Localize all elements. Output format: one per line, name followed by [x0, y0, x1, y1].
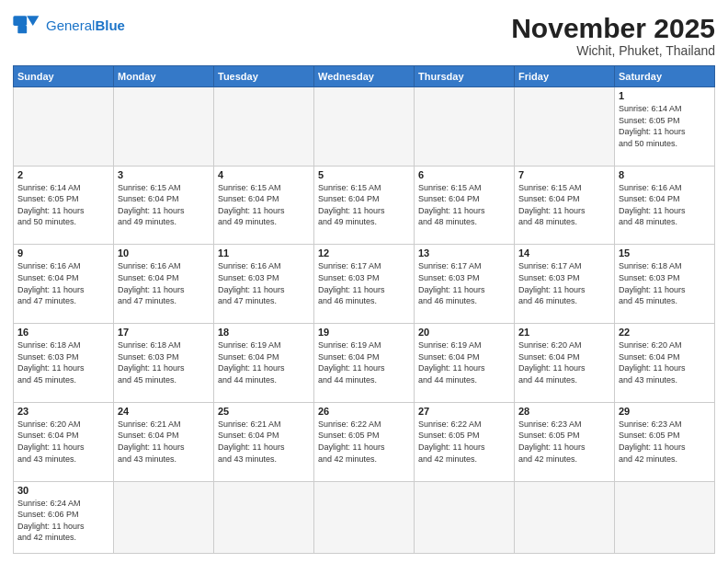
calendar-week-row: 16Sunrise: 6:18 AM Sunset: 6:03 PM Dayli…: [14, 324, 715, 403]
day-info: Sunrise: 6:16 AM Sunset: 6:04 PM Dayligh…: [619, 182, 711, 228]
day-info: Sunrise: 6:16 AM Sunset: 6:04 PM Dayligh…: [17, 260, 109, 306]
header: GeneralBlue November 2025 Wichit, Phuket…: [13, 13, 715, 58]
day-number: 12: [318, 247, 410, 259]
calendar-day-cell: 28Sunrise: 6:23 AM Sunset: 6:05 PM Dayli…: [515, 402, 615, 481]
day-info: Sunrise: 6:18 AM Sunset: 6:03 PM Dayligh…: [17, 339, 109, 385]
day-number: 26: [318, 406, 410, 417]
day-number: 4: [218, 169, 310, 180]
day-number: 15: [619, 247, 711, 259]
calendar-day-cell: 3Sunrise: 6:15 AM Sunset: 6:04 PM Daylig…: [114, 166, 214, 245]
calendar-day-cell: 8Sunrise: 6:16 AM Sunset: 6:04 PM Daylig…: [615, 166, 715, 245]
calendar-day-cell: [14, 87, 114, 167]
calendar-day-cell: 22Sunrise: 6:20 AM Sunset: 6:04 PM Dayli…: [615, 324, 715, 403]
calendar-day-cell: 1Sunrise: 6:14 AM Sunset: 6:05 PM Daylig…: [615, 87, 715, 167]
calendar-day-cell: 24Sunrise: 6:21 AM Sunset: 6:04 PM Dayli…: [114, 402, 214, 481]
calendar-day-cell: 13Sunrise: 6:17 AM Sunset: 6:03 PM Dayli…: [415, 245, 515, 324]
day-number: 27: [418, 406, 510, 417]
logo-text: GeneralBlue: [46, 18, 125, 34]
day-info: Sunrise: 6:17 AM Sunset: 6:03 PM Dayligh…: [418, 260, 510, 306]
day-info: Sunrise: 6:17 AM Sunset: 6:03 PM Dayligh…: [318, 260, 410, 306]
page: GeneralBlue November 2025 Wichit, Phuket…: [0, 0, 728, 563]
day-number: 30: [17, 485, 109, 496]
calendar-day-cell: 19Sunrise: 6:19 AM Sunset: 6:04 PM Dayli…: [314, 324, 415, 403]
svg-rect-0: [13, 16, 27, 26]
day-number: 22: [619, 327, 711, 338]
calendar-day-cell: 23Sunrise: 6:20 AM Sunset: 6:04 PM Dayli…: [14, 402, 114, 481]
day-info: Sunrise: 6:15 AM Sunset: 6:04 PM Dayligh…: [118, 182, 210, 228]
calendar-day-cell: 2Sunrise: 6:14 AM Sunset: 6:05 PM Daylig…: [14, 166, 114, 245]
calendar-day-cell: 6Sunrise: 6:15 AM Sunset: 6:04 PM Daylig…: [415, 166, 515, 245]
calendar-week-row: 9Sunrise: 6:16 AM Sunset: 6:04 PM Daylig…: [14, 245, 715, 324]
day-info: Sunrise: 6:23 AM Sunset: 6:05 PM Dayligh…: [619, 419, 711, 465]
day-info: Sunrise: 6:15 AM Sunset: 6:04 PM Dayligh…: [418, 182, 510, 228]
weekday-header-cell: Wednesday: [314, 66, 415, 87]
day-info: Sunrise: 6:21 AM Sunset: 6:04 PM Dayligh…: [218, 419, 310, 465]
calendar-day-cell: [415, 481, 515, 553]
calendar-day-cell: 20Sunrise: 6:19 AM Sunset: 6:04 PM Dayli…: [415, 324, 515, 403]
day-number: 13: [418, 247, 510, 259]
day-number: 6: [418, 169, 510, 180]
day-number: 2: [17, 169, 109, 180]
calendar-day-cell: [214, 481, 314, 553]
day-info: Sunrise: 6:17 AM Sunset: 6:03 PM Dayligh…: [518, 260, 610, 306]
day-info: Sunrise: 6:15 AM Sunset: 6:04 PM Dayligh…: [318, 182, 410, 228]
logo-icon: [13, 13, 42, 39]
day-number: 23: [17, 406, 109, 417]
weekday-header-cell: Thursday: [415, 66, 515, 87]
calendar-week-row: 1Sunrise: 6:14 AM Sunset: 6:05 PM Daylig…: [14, 87, 715, 167]
day-number: 11: [218, 247, 310, 259]
day-info: Sunrise: 6:22 AM Sunset: 6:05 PM Dayligh…: [418, 419, 510, 465]
day-info: Sunrise: 6:15 AM Sunset: 6:04 PM Dayligh…: [518, 182, 610, 228]
calendar-body: 1Sunrise: 6:14 AM Sunset: 6:05 PM Daylig…: [14, 87, 715, 554]
weekday-header-cell: Monday: [114, 66, 214, 87]
day-info: Sunrise: 6:14 AM Sunset: 6:05 PM Dayligh…: [619, 103, 711, 149]
calendar-day-cell: [515, 87, 615, 167]
weekday-header-cell: Sunday: [14, 66, 114, 87]
weekday-header-row: SundayMondayTuesdayWednesdayThursdayFrid…: [14, 66, 715, 87]
calendar-table: SundayMondayTuesdayWednesdayThursdayFrid…: [13, 65, 715, 554]
day-number: 7: [518, 169, 610, 180]
calendar-day-cell: 27Sunrise: 6:22 AM Sunset: 6:05 PM Dayli…: [415, 402, 515, 481]
subtitle: Wichit, Phuket, Thailand: [511, 43, 715, 58]
calendar-week-row: 2Sunrise: 6:14 AM Sunset: 6:05 PM Daylig…: [14, 166, 715, 245]
logo: GeneralBlue: [13, 13, 125, 39]
day-number: 1: [619, 90, 711, 101]
calendar-day-cell: [314, 481, 415, 553]
day-number: 10: [118, 247, 210, 259]
calendar-day-cell: 16Sunrise: 6:18 AM Sunset: 6:03 PM Dayli…: [14, 324, 114, 403]
calendar-day-cell: 26Sunrise: 6:22 AM Sunset: 6:05 PM Dayli…: [314, 402, 415, 481]
day-number: 29: [619, 406, 711, 417]
day-info: Sunrise: 6:14 AM Sunset: 6:05 PM Dayligh…: [17, 182, 109, 228]
day-number: 9: [17, 247, 109, 259]
svg-marker-1: [27, 16, 39, 26]
day-number: 21: [518, 327, 610, 338]
day-info: Sunrise: 6:20 AM Sunset: 6:04 PM Dayligh…: [17, 419, 109, 465]
calendar-day-cell: 14Sunrise: 6:17 AM Sunset: 6:03 PM Dayli…: [515, 245, 615, 324]
weekday-header-cell: Tuesday: [214, 66, 314, 87]
day-info: Sunrise: 6:16 AM Sunset: 6:03 PM Dayligh…: [218, 260, 310, 306]
day-info: Sunrise: 6:23 AM Sunset: 6:05 PM Dayligh…: [518, 419, 610, 465]
calendar-day-cell: 30Sunrise: 6:24 AM Sunset: 6:06 PM Dayli…: [14, 481, 114, 553]
logo-general: General: [46, 17, 95, 33]
calendar-day-cell: [214, 87, 314, 167]
title-block: November 2025 Wichit, Phuket, Thailand: [511, 13, 715, 58]
calendar-day-cell: 11Sunrise: 6:16 AM Sunset: 6:03 PM Dayli…: [214, 245, 314, 324]
day-info: Sunrise: 6:19 AM Sunset: 6:04 PM Dayligh…: [218, 339, 310, 385]
day-info: Sunrise: 6:19 AM Sunset: 6:04 PM Dayligh…: [318, 339, 410, 385]
day-number: 3: [118, 169, 210, 180]
calendar-week-row: 23Sunrise: 6:20 AM Sunset: 6:04 PM Dayli…: [14, 402, 715, 481]
calendar-week-row: 30Sunrise: 6:24 AM Sunset: 6:06 PM Dayli…: [14, 481, 715, 553]
calendar-day-cell: 18Sunrise: 6:19 AM Sunset: 6:04 PM Dayli…: [214, 324, 314, 403]
day-number: 14: [518, 247, 610, 259]
calendar-day-cell: 9Sunrise: 6:16 AM Sunset: 6:04 PM Daylig…: [14, 245, 114, 324]
day-number: 5: [318, 169, 410, 180]
calendar-day-cell: [515, 481, 615, 553]
calendar-day-cell: 25Sunrise: 6:21 AM Sunset: 6:04 PM Dayli…: [214, 402, 314, 481]
day-info: Sunrise: 6:18 AM Sunset: 6:03 PM Dayligh…: [619, 260, 711, 306]
calendar-day-cell: 5Sunrise: 6:15 AM Sunset: 6:04 PM Daylig…: [314, 166, 415, 245]
calendar-day-cell: 17Sunrise: 6:18 AM Sunset: 6:03 PM Dayli…: [114, 324, 214, 403]
calendar-day-cell: 4Sunrise: 6:15 AM Sunset: 6:04 PM Daylig…: [214, 166, 314, 245]
day-info: Sunrise: 6:15 AM Sunset: 6:04 PM Dayligh…: [218, 182, 310, 228]
day-info: Sunrise: 6:22 AM Sunset: 6:05 PM Dayligh…: [318, 419, 410, 465]
calendar-day-cell: 21Sunrise: 6:20 AM Sunset: 6:04 PM Dayli…: [515, 324, 615, 403]
